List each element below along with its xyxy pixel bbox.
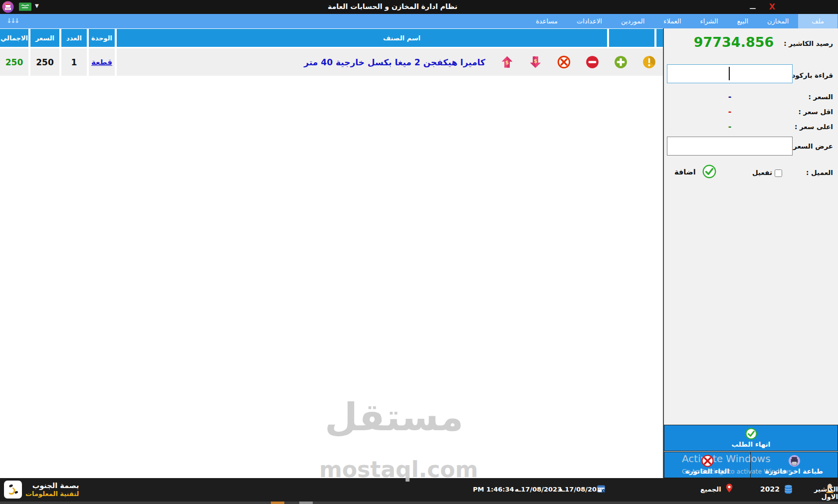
header-total[interactable]: الاجمالي bbox=[0, 29, 28, 47]
status-year: 2022 bbox=[760, 485, 780, 493]
menu-item-warehouses[interactable]: المخازن bbox=[758, 14, 798, 28]
company-name: بصمة الجنوب bbox=[25, 482, 79, 490]
calendar-icon[interactable] bbox=[597, 484, 606, 496]
menu-item-customers[interactable]: العملاء bbox=[654, 14, 690, 28]
svg-text:$: $ bbox=[534, 58, 537, 64]
header-spacer-1 bbox=[609, 29, 654, 47]
company-logo-text: بصمة الجنوب لتقنية المعلومات bbox=[25, 482, 79, 498]
company-tagline: لتقنية المعلومات bbox=[25, 490, 79, 498]
menu-bar: ↓↓↓ ملف المخازن البيع الشراء العملاء الم… bbox=[0, 14, 838, 28]
cancel-invoice-button[interactable]: الغاء الفاتورة bbox=[664, 452, 751, 478]
status-date-primary: ـه 17/08/2023 bbox=[515, 486, 562, 493]
cashier-balance-value: 97734.856 bbox=[674, 34, 794, 50]
status-bar: بصمة الجنوب لتقنية المعلومات PM 1:46:34 … bbox=[0, 478, 838, 502]
date-secondary-value: 17/08/202 bbox=[565, 486, 601, 493]
header-price[interactable]: السعر bbox=[30, 29, 59, 47]
invoice-buttons-row: الغاء الفاتورة طباعة اخر فاتورة bbox=[664, 452, 838, 478]
add-confirm-icon[interactable] bbox=[702, 165, 716, 178]
item-row: 250 250 1 قطعة كاميرا هيكفجن 2 ميغا بكسل… bbox=[0, 48, 663, 76]
cell-item-name: كاميرا هيكفجن 2 ميغا بكسل خارجية 40 متر … bbox=[117, 48, 663, 76]
menu-arrows-icon[interactable]: ↓↓↓ bbox=[6, 17, 18, 24]
window-title: نظام ادارة المخازن و الحسابات العامة bbox=[293, 2, 492, 10]
taskbar-edge bbox=[0, 502, 838, 504]
menu-item-suppliers[interactable]: الموردين bbox=[612, 14, 654, 28]
print-last-invoice-label: طباعة اخر فاتورة bbox=[765, 467, 823, 475]
user-icon[interactable] bbox=[824, 483, 836, 496]
item-name-text: كاميرا هيكفجن 2 ميغا بكسل خارجية 40 متر bbox=[304, 57, 485, 67]
language-dropdown-caret-icon[interactable]: ▼ bbox=[35, 3, 39, 8]
menu-item-file[interactable]: ملف bbox=[798, 14, 838, 28]
status-time: PM 1:46:34 bbox=[473, 486, 514, 493]
database-icon[interactable] bbox=[783, 484, 794, 497]
customer-label: العميل : bbox=[806, 168, 833, 176]
menu-item-help[interactable]: مساعدة bbox=[526, 14, 567, 28]
location-pin-icon[interactable] bbox=[724, 483, 734, 495]
print-last-invoice-button[interactable]: طباعة اخر فاتورة bbox=[751, 452, 838, 478]
barcode-input[interactable] bbox=[667, 64, 793, 83]
offer-price-label: عرض السعر : bbox=[788, 142, 833, 150]
taskbar-segment-gray bbox=[299, 502, 313, 504]
svg-text:$: $ bbox=[505, 60, 509, 65]
enable-checkbox-label: تفعيل bbox=[752, 168, 772, 176]
menu-item-sales[interactable]: البيع bbox=[728, 14, 758, 28]
cell-quantity: 1 bbox=[61, 48, 87, 76]
cell-price: 250 bbox=[30, 48, 59, 76]
finish-order-check-icon bbox=[745, 428, 757, 440]
price-value: - bbox=[724, 92, 736, 101]
cell-total: 250 bbox=[0, 48, 28, 76]
barcode-label: قراءة باركود : bbox=[787, 71, 833, 79]
cancel-invoice-x-icon bbox=[701, 455, 713, 467]
printer-icon bbox=[788, 455, 800, 467]
min-price-value: - bbox=[724, 107, 736, 116]
warning-icon[interactable] bbox=[642, 55, 656, 69]
cancel-invoice-label: الغاء الفاتورة bbox=[685, 467, 729, 475]
title-bar: ▼ نظام ادارة المخازن و الحسابات العامة —… bbox=[0, 0, 838, 14]
menu-items: ملف المخازن البيع الشراء العملاء الموردي… bbox=[526, 14, 838, 28]
header-unit[interactable]: الوحدة bbox=[89, 29, 115, 47]
add-label[interactable]: اضافة bbox=[674, 168, 696, 176]
price-label: السعر : bbox=[808, 93, 833, 101]
status-scope: الجميع bbox=[700, 486, 721, 493]
max-price-label: اعلى سعر : bbox=[795, 123, 833, 131]
date-primary-value: 17/08/2023 bbox=[521, 486, 562, 493]
items-table-header: الاجمالي السعر العدد الوحدة اسم الصنف bbox=[0, 29, 663, 47]
menu-item-purchases[interactable]: الشراء bbox=[691, 14, 728, 28]
language-flag-icon[interactable] bbox=[19, 2, 31, 13]
barcode-text-cursor bbox=[729, 67, 730, 80]
finish-order-button[interactable]: انهاء الطلب bbox=[664, 425, 838, 451]
increase-quantity-icon[interactable] bbox=[614, 55, 628, 69]
status-date-secondary: ـه 17/08/202 bbox=[559, 486, 601, 493]
header-item-name[interactable]: اسم الصنف bbox=[117, 29, 607, 47]
enable-customer-checkbox[interactable] bbox=[775, 169, 782, 177]
taskbar-segment-orange bbox=[271, 502, 284, 504]
max-price-value: - bbox=[724, 122, 736, 131]
menu-item-settings[interactable]: الاعدادات bbox=[567, 14, 612, 28]
finish-order-label: انهاء الطلب bbox=[732, 440, 771, 448]
mostaql-arabic-watermark: مستقل bbox=[319, 395, 469, 439]
company-logo-icon bbox=[4, 481, 22, 499]
price-increase-icon[interactable]: $ bbox=[500, 55, 514, 69]
header-spacer-2 bbox=[656, 29, 663, 47]
app-window: ▼ نظام ادارة المخازن و الحسابات العامة —… bbox=[0, 0, 838, 504]
hijri-marker-1: ـه bbox=[515, 486, 521, 493]
cell-unit: قطعة bbox=[89, 48, 115, 76]
price-decrease-icon[interactable]: $ bbox=[529, 55, 542, 69]
minimize-button[interactable]: — bbox=[746, 1, 759, 13]
hijri-marker-2: ـه bbox=[559, 486, 565, 493]
remove-item-icon[interactable] bbox=[557, 55, 571, 69]
decrease-quantity-icon[interactable] bbox=[586, 55, 599, 69]
app-logo-icon bbox=[2, 1, 14, 13]
min-price-label: اقل سعر : bbox=[798, 108, 833, 116]
company-logo: بصمة الجنوب لتقنية المعلومات bbox=[4, 481, 79, 499]
offer-price-input[interactable] bbox=[667, 137, 793, 156]
cashier-panel: رصيد الكاشير : 97734.856 قراءة باركود : … bbox=[663, 28, 838, 478]
unit-link[interactable]: قطعة bbox=[91, 58, 112, 67]
header-quantity[interactable]: العدد bbox=[61, 29, 87, 47]
close-button[interactable]: X bbox=[765, 1, 779, 13]
